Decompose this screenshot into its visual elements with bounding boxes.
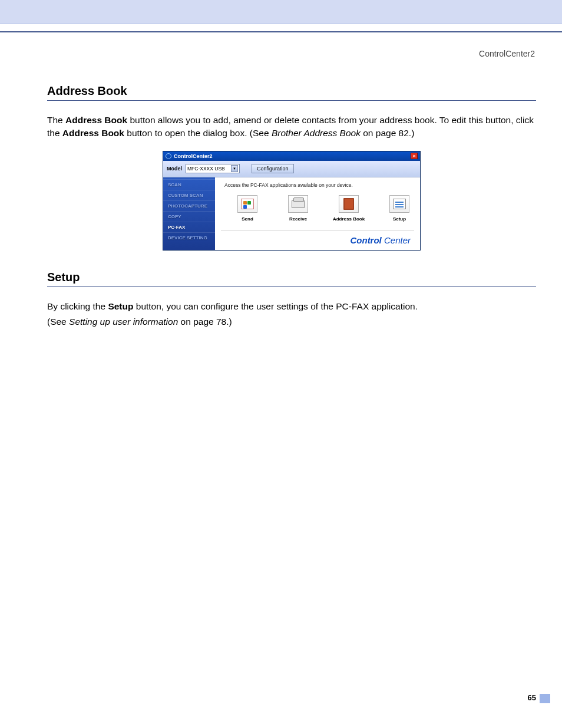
text: on page 78.) bbox=[178, 317, 232, 327]
close-button[interactable]: × bbox=[411, 153, 418, 159]
text: (See bbox=[47, 317, 69, 327]
address-book-label: Address Book bbox=[333, 216, 365, 222]
chevron-down-icon: ▼ bbox=[231, 165, 238, 172]
paragraph-address-book: The Address Book button allows you to ad… bbox=[47, 114, 536, 140]
sidebar-item-custom-scan[interactable]: CUSTOM SCAN bbox=[163, 190, 215, 200]
setup-icon bbox=[389, 195, 409, 213]
window-titlebar: ControlCenter2 × bbox=[163, 151, 420, 161]
screenshot-figure: ControlCenter2 × Model MFC-XXXX USB ▼ Co… bbox=[47, 151, 536, 251]
model-label: Model bbox=[167, 166, 182, 172]
term-setup: Setup bbox=[108, 301, 133, 311]
control-center-logo: Control Center bbox=[221, 235, 414, 245]
sidebar: SCAN CUSTOM SCAN PHOTOCAPTURE COPY PC-FA… bbox=[163, 177, 215, 250]
address-book-button[interactable]: Address Book bbox=[334, 195, 363, 222]
text: button to open the dialog box. (See bbox=[124, 128, 272, 138]
sidebar-item-device-setting[interactable]: DEVICE SETTING bbox=[163, 232, 215, 243]
sidebar-item-scan[interactable]: SCAN bbox=[163, 179, 215, 190]
text: button, you can configure the user setti… bbox=[133, 301, 418, 311]
main-panel: Access the PC-FAX applications available… bbox=[215, 177, 420, 250]
section-heading-setup: Setup bbox=[47, 271, 536, 287]
term-address-book: Address Book bbox=[65, 115, 127, 125]
model-dropdown[interactable]: MFC-XXXX USB ▼ bbox=[186, 164, 240, 173]
link-setting-up-user-info[interactable]: Setting up user information bbox=[69, 317, 178, 327]
configuration-button[interactable]: Configuration bbox=[252, 164, 294, 173]
send-icon bbox=[237, 195, 257, 213]
setup-label: Setup bbox=[393, 216, 406, 222]
divider bbox=[221, 230, 414, 230]
paragraph-setup-2: (See Setting up user information on page… bbox=[47, 315, 536, 328]
section-heading-address-book: Address Book bbox=[47, 84, 536, 101]
receive-label: Receive bbox=[289, 216, 307, 222]
logo-light: Center bbox=[382, 235, 411, 245]
controlcenter2-window: ControlCenter2 × Model MFC-XXXX USB ▼ Co… bbox=[163, 151, 421, 251]
window-title: ControlCenter2 bbox=[174, 153, 213, 159]
sidebar-item-photocapture[interactable]: PHOTOCAPTURE bbox=[163, 200, 215, 211]
link-brother-address-book[interactable]: Brother Address Book bbox=[272, 128, 361, 138]
app-icon bbox=[166, 153, 171, 159]
running-header: ControlCenter2 bbox=[47, 49, 536, 58]
receive-icon bbox=[288, 195, 308, 213]
text: on page 82.) bbox=[361, 128, 414, 138]
panel-description: Access the PC-FAX applications available… bbox=[224, 182, 414, 188]
model-value: MFC-XXXX USB bbox=[187, 166, 225, 172]
logo-bold: Control bbox=[350, 235, 381, 245]
text: By clicking the bbox=[47, 301, 108, 311]
top-band-fill bbox=[0, 0, 562, 24]
toolbar: Model MFC-XXXX USB ▼ Configuration bbox=[163, 161, 420, 177]
page-number: 65 bbox=[528, 693, 536, 702]
receive-button[interactable]: Receive bbox=[283, 195, 313, 222]
top-band bbox=[0, 0, 562, 32]
send-label: Send bbox=[242, 216, 253, 222]
text: The bbox=[47, 115, 65, 125]
setup-button[interactable]: Setup bbox=[385, 195, 414, 222]
paragraph-setup-1: By clicking the Setup button, you can co… bbox=[47, 300, 536, 313]
address-book-icon bbox=[339, 195, 359, 213]
term-address-book: Address Book bbox=[62, 128, 124, 138]
sidebar-item-copy[interactable]: COPY bbox=[163, 211, 215, 222]
sidebar-item-pc-fax[interactable]: PC-FAX bbox=[163, 222, 215, 232]
page-number-tab bbox=[540, 694, 550, 703]
send-button[interactable]: Send bbox=[233, 195, 262, 222]
